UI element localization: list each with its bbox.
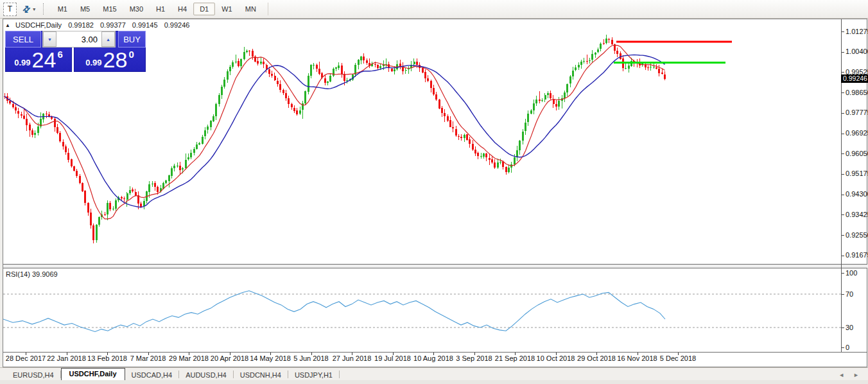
rsi-indicator-label: RSI(14) 39.9069 [6,270,58,278]
date-axis-label: 20 Apr 2018 [211,354,248,362]
chart-tab-usdjpy-h1[interactable]: USDJPY,H1 [288,370,339,381]
chart-tab-usdchf-daily[interactable]: USDCHF,Daily [61,368,125,381]
tab-separator [339,371,340,378]
rsi-axis-label: 100 [846,269,857,277]
price-axis-label: 1.01275 [846,28,868,36]
timeframe-button-d1[interactable]: D1 [193,3,215,15]
ohlc-close: 0.99246 [164,21,190,29]
chart-title: ▲ USDCHF,Daily 0.99182 0.99377 0.99145 0… [5,21,189,29]
price-axis-tick [842,256,844,256]
date-axis: 28 Dec 201722 Jan 201813 Feb 20187 Mar 2… [3,353,864,365]
date-axis-label: 5 Dec 2018 [660,354,696,362]
chart-tab-audusd-h4[interactable]: AUDUSD,H4 [179,370,233,381]
rsi-axis-label: 30 [846,324,853,332]
price-axis-tick [842,52,844,53]
date-axis-label: 10 Oct 2018 [537,354,575,362]
price-axis-tick [842,72,844,73]
tab-scroll-left-icon[interactable]: ◄ [838,372,844,378]
sell-price-prefix: 0.99 [14,58,30,67]
date-axis-label: 3 Sep 2018 [456,354,492,362]
timeframe-button-m15[interactable]: M15 [96,3,123,15]
price-axis-tick [842,31,844,32]
date-axis-label: 27 Jun 2018 [333,354,372,362]
timeframe-button-m1[interactable]: M1 [51,3,74,15]
crosshair-tool-icon[interactable]: ⇄ [22,4,30,14]
top-toolbar: T ⇄ ▼ M1M5M15M30H1H4D1W1MN [0,0,868,19]
rsi-axis-label: 70 [846,290,853,299]
price-axis-label: 0.95175 [846,170,868,178]
tab-scroll-right-icon[interactable]: ► [853,372,859,378]
price-axis-label: 0.96050 [846,150,868,158]
sell-price-big: 24 [32,49,56,70]
ohlc-high: 0.99377 [100,21,126,29]
text-tool-icon[interactable]: T [3,3,17,16]
date-axis-label: 21 Sep 2018 [495,354,535,362]
date-axis-label: 14 May 2018 [250,354,291,362]
toolbar-separator [268,3,268,15]
timeframe-button-m30[interactable]: M30 [123,3,150,15]
buy-price-big: 28 [103,49,128,70]
date-axis-label: 10 Aug 2018 [413,354,453,362]
price-axis-label: 0.94300 [846,190,868,198]
volume-increase-button[interactable]: ▲ [101,31,115,47]
date-axis-label: 13 Feb 2018 [87,354,127,362]
chart-tab-eurusd-h4[interactable]: EURUSD,H4 [6,370,60,381]
date-axis-label: 19 Jul 2018 [374,354,411,362]
sell-price[interactable]: 0.99 24 6 [5,49,72,71]
rsi-axis: 10070300 [842,268,868,352]
date-axis-label: 29 Mar 2018 [169,354,209,362]
application-window: T ⇄ ▼ M1M5M15M30H1H4D1W1MN 1.012751.0040… [0,0,868,384]
rsi-axis-label: 0 [846,344,849,352]
chart-tab-bar: EURUSD,H4USDCHF,DailyUSDCAD,H4AUDUSD,H4U… [0,367,868,381]
rsi-axis-tick [842,294,844,295]
buy-button[interactable]: BUY [118,31,146,48]
price-axis: 1.012751.004000.995250.986500.977750.969… [842,19,868,264]
timeframe-button-w1[interactable]: W1 [215,3,239,15]
collapse-arrow-icon[interactable]: ▲ [5,22,10,28]
date-axis-label: 22 Jan 2018 [47,354,86,362]
sell-price-pips: 6 [57,49,62,60]
toolbar-grip [43,3,48,15]
volume-decrease-button[interactable]: ▼ [43,31,56,47]
chart-tabs: EURUSD,H4USDCHF,DailyUSDCAD,H4AUDUSD,H4U… [6,368,340,381]
one-click-trading-widget: SELL ▼ 3.00 ▲ BUY 0.99 24 6 0.99 28 0 [5,31,146,72]
buy-price[interactable]: 0.99 28 0 [74,49,146,71]
status-strip [0,380,868,384]
price-axis-label: 0.93425 [846,211,868,219]
timeframe-button-mn[interactable]: MN [239,3,263,15]
symbol-period-label: USDCHF,Daily [15,21,62,29]
buy-price-pips: 0 [128,49,134,60]
timeframe-group: M1M5M15M30H1H4D1W1MN [51,3,263,15]
buy-price-prefix: 0.99 [85,58,101,67]
rsi-axis-tick [842,347,844,348]
price-axis-tick [842,134,844,134]
timeframe-button-h1[interactable]: H1 [150,3,171,15]
date-axis-label: 5 Jun 2018 [293,354,328,362]
timeframe-button-m5[interactable]: M5 [74,3,96,15]
volume-input[interactable]: 3.00 [56,31,101,47]
rsi-axis-tick [842,273,844,274]
price-axis-label: 0.97775 [846,109,868,117]
chart-tab-usdcad-h4[interactable]: USDCAD,H4 [125,370,179,381]
date-axis-label: 29 Oct 2018 [577,354,616,362]
tab-scroll-buttons: ◄ ► [838,372,868,381]
price-axis-tick [842,174,844,175]
date-axis-label: 28 Dec 2017 [6,354,46,362]
ohlc-open: 0.99182 [68,21,94,29]
sell-button[interactable]: SELL [5,31,41,48]
tool-dropdown-caret[interactable]: ▼ [32,7,37,12]
ohlc-low: 0.99145 [132,21,158,29]
price-axis-label: 0.91675 [846,251,868,259]
rsi-axis-tick [842,327,844,328]
price-axis-tick [842,195,844,195]
price-axis-tick [842,92,844,93]
price-axis-tick [842,113,844,114]
price-axis-tick [842,153,844,154]
price-axis-tick [842,214,844,215]
price-axis-label: 0.98650 [846,89,868,97]
price-axis-label: 1.00400 [846,48,868,56]
price-axis-label: 0.96925 [846,129,868,137]
rsi-chart-canvas[interactable] [3,268,841,352]
chart-tab-usdcnh-h4[interactable]: USDCNH,H4 [234,370,288,381]
timeframe-button-h4[interactable]: H4 [171,3,193,15]
